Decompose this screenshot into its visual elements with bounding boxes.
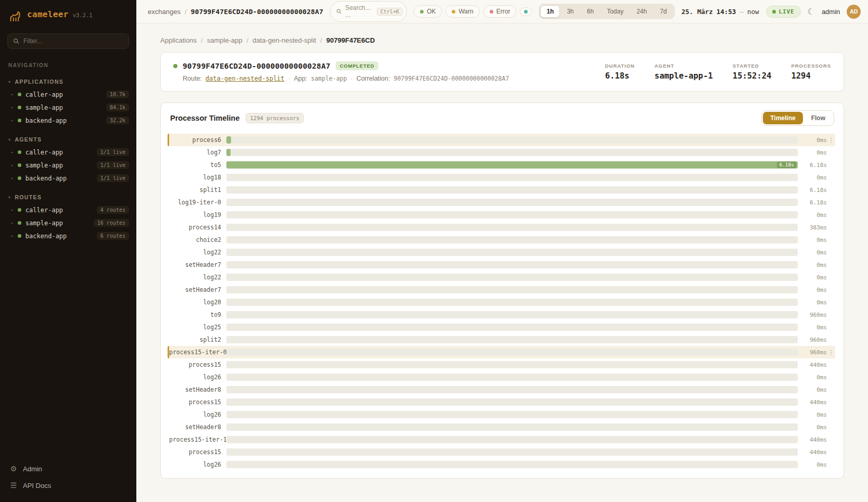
status-dot [18, 93, 21, 96]
timeline-row-log19-iter-0[interactable]: log19-iter-06.18s [168, 196, 835, 209]
row-duration: 960ms [798, 312, 827, 318]
timeline-track [226, 349, 798, 356]
sidebar-filter[interactable] [7, 33, 129, 49]
sidebar-item-caller-app[interactable]: ▸caller-app10.7k [0, 88, 136, 101]
time-range-24h[interactable]: 24h [630, 5, 653, 18]
timeline-row-process15[interactable]: process15440ms [168, 446, 835, 458]
timeline-row-choice2[interactable]: choice20ms [168, 234, 835, 246]
kebab-menu-icon[interactable]: ⋮ [827, 349, 835, 356]
sidebar-filter-input[interactable] [23, 37, 123, 45]
stat-value: 6.18s [605, 71, 635, 81]
timeline-row-process14[interactable]: process14383ms [168, 221, 835, 234]
caret-right-icon: ▸ [11, 150, 14, 155]
timeline-track [226, 236, 798, 243]
row-duration: 0ms [798, 237, 827, 243]
sidebar-item-backend-app[interactable]: ▸backend-app32.2k [0, 114, 136, 127]
timeline-row-log22[interactable]: log220ms [168, 271, 835, 284]
app-logo[interactable]: cameleer v3.2.1 [0, 0, 136, 29]
timeline-row-log7[interactable]: log70ms [168, 146, 835, 159]
time-range-6h[interactable]: 6h [581, 5, 600, 18]
timeline-row-setheader7[interactable]: setHeader70ms [168, 284, 835, 296]
timeline-row-to5[interactable]: to56.18s6.18s [168, 159, 835, 171]
sidebar-section-header[interactable]: ▾APPLICATIONS [0, 76, 136, 88]
timeline-row-process6[interactable]: process60ms⋮ [168, 134, 835, 146]
timeline-row-log22[interactable]: log220ms [168, 246, 835, 259]
sidebar-item-sample-app[interactable]: ▸sample-app16 routes [0, 216, 136, 229]
footer-api-docs[interactable]: ☰API Docs [5, 477, 131, 494]
timeline-row-process15-iter-0[interactable]: process15-iter-0960ms⋮ [168, 346, 835, 358]
timeline-row-log18[interactable]: log180ms [168, 171, 835, 184]
row-duration: 440ms [798, 436, 827, 443]
time-range-3h[interactable]: 3h [560, 5, 580, 18]
breadcrumb-sample-app[interactable]: sample-app [207, 36, 242, 44]
timeline-row-split1[interactable]: split16.18s [168, 184, 835, 196]
timeline-row-log20[interactable]: log200ms [168, 296, 835, 308]
timeline-row-log25[interactable]: log250ms [168, 321, 835, 333]
processor-name: process15 [169, 398, 226, 406]
filter-pill-warn[interactable]: Warn [445, 5, 479, 18]
footer-admin[interactable]: ⚙Admin [5, 460, 131, 477]
status-dot [18, 106, 21, 109]
timeline-row-setheader7[interactable]: setHeader70ms [168, 259, 835, 271]
sidebar-item-caller-app[interactable]: ▸caller-app1/1 live [0, 146, 136, 159]
breadcrumb-data-gen-nested-split[interactable]: data-gen-nested-split [252, 36, 316, 44]
timeline-row-process15[interactable]: process15440ms [168, 396, 835, 408]
exchange-id: 90799F47E6CD24D-00000000000028A7 [183, 62, 330, 70]
timeline-row-setheader8[interactable]: setHeader80ms [168, 383, 835, 396]
avatar[interactable]: AD [847, 5, 861, 19]
timeline-row-log26[interactable]: log260ms [168, 371, 835, 383]
filter-pill-ok[interactable]: OK [414, 5, 442, 18]
route-link[interactable]: data-gen-nested-split [206, 75, 285, 82]
timeline-row-process15-iter-1[interactable]: process15-iter-1440ms [168, 433, 835, 446]
timeline-row-process15[interactable]: process15440ms [168, 358, 835, 371]
stat-value: 15:52:24 [733, 71, 772, 81]
search-box[interactable]: Search... ... Ctrl+K [330, 1, 407, 22]
timeline-row-log19[interactable]: log190ms [168, 209, 835, 221]
timeline-row-log26[interactable]: log260ms [168, 408, 835, 421]
date-range[interactable]: 25. März 14:53 — now [682, 8, 759, 16]
view-flow[interactable]: Flow [804, 112, 833, 124]
separator: · [288, 75, 290, 82]
sidebar-item-backend-app[interactable]: ▸backend-app1/1 live [0, 172, 136, 185]
status-dot [524, 10, 528, 14]
status-badge: COMPLETED [336, 61, 378, 70]
kebab-menu-icon[interactable]: ⋮ [827, 137, 835, 144]
timeline-track [226, 411, 798, 418]
exchange-meta: Route: data-gen-nested-split · App: samp… [183, 75, 509, 82]
filter-pill-error[interactable]: Error [483, 5, 517, 18]
live-toggle[interactable]: LIVE [766, 6, 801, 18]
breadcrumb-separator: / [185, 8, 187, 16]
sidebar-section-applications: ▾APPLICATIONS▸caller-app10.7k▸sample-app… [0, 76, 136, 127]
sidebar-item-sample-app[interactable]: ▸sample-app84.1k [0, 101, 136, 114]
timeline-row-to9[interactable]: to9960ms [168, 308, 835, 321]
view-timeline[interactable]: Timeline [763, 112, 802, 124]
sidebar-item-badge: 6 routes [97, 232, 129, 240]
time-range-7d[interactable]: 7d [654, 5, 673, 18]
sidebar-item-sample-app[interactable]: ▸sample-app1/1 live [0, 159, 136, 172]
timeline-row-split2[interactable]: split2960ms [168, 333, 835, 346]
sidebar-section-header[interactable]: ▾ROUTES [0, 192, 136, 203]
caret-down-icon: ▾ [8, 195, 11, 200]
time-range-1h[interactable]: 1h [540, 5, 560, 18]
time-range-today[interactable]: Today [601, 5, 630, 18]
sidebar-item-caller-app[interactable]: ▸caller-app4 routes [0, 203, 136, 216]
row-duration: 960ms [798, 337, 827, 343]
status-dot [18, 119, 21, 122]
breadcrumb-applications[interactable]: Applications [160, 36, 197, 44]
timeline-row-setheader8[interactable]: setHeader80ms [168, 421, 835, 433]
breadcrumb-exchanges[interactable]: exchanges [148, 8, 181, 16]
search-icon [336, 8, 341, 15]
live-dot [772, 10, 776, 14]
search-shortcut: Ctrl+K [377, 8, 403, 16]
timeline-row-log26[interactable]: log260ms [168, 458, 835, 471]
sidebar-sections: ▾APPLICATIONS▸caller-app10.7k▸sample-app… [0, 69, 136, 242]
caret-right-icon: ▸ [11, 208, 14, 212]
processor-name: log26 [169, 411, 226, 418]
sidebar-section-header[interactable]: ▾AGENTS [0, 134, 136, 146]
caret-right-icon: ▸ [11, 234, 14, 238]
filter-pill-extra[interactable] [520, 7, 532, 16]
dark-mode-icon[interactable]: ☾ [808, 7, 815, 17]
row-duration: 440ms [798, 362, 827, 368]
filter-label: Warn [458, 8, 473, 15]
sidebar-item-backend-app[interactable]: ▸backend-app6 routes [0, 229, 136, 242]
